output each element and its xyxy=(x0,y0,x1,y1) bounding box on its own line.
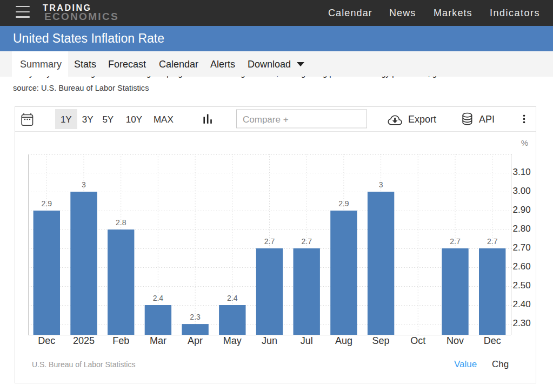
svg-text:Jul: Jul xyxy=(301,335,313,346)
svg-text:3: 3 xyxy=(379,180,383,189)
svg-text:2.9: 2.9 xyxy=(338,199,349,208)
svg-text:3.00: 3.00 xyxy=(513,186,531,196)
svg-text:2.80: 2.80 xyxy=(513,224,531,234)
svg-text:Nov: Nov xyxy=(447,335,464,346)
svg-text:Mar: Mar xyxy=(150,335,166,346)
svg-text:May: May xyxy=(223,335,242,346)
svg-text:Aug: Aug xyxy=(335,335,352,346)
svg-text:Feb: Feb xyxy=(112,335,129,346)
svg-text:Jun: Jun xyxy=(262,335,277,346)
svg-text:2.40: 2.40 xyxy=(513,299,531,309)
svg-text:Value: Value xyxy=(454,359,477,369)
svg-text:3Y: 3Y xyxy=(82,114,94,125)
svg-text:5Y: 5Y xyxy=(102,114,114,125)
svg-text:2.30: 2.30 xyxy=(513,318,531,328)
svg-text:2.4: 2.4 xyxy=(227,294,238,302)
svg-text:2025: 2025 xyxy=(73,335,95,346)
svg-text:2.50: 2.50 xyxy=(513,280,531,290)
svg-text:2.9: 2.9 xyxy=(42,199,52,208)
svg-text:Chg: Chg xyxy=(492,359,509,369)
svg-text:Apr: Apr xyxy=(188,335,203,346)
svg-text:3.10: 3.10 xyxy=(513,167,531,177)
svg-text:%: % xyxy=(521,138,528,147)
svg-text:10Y: 10Y xyxy=(126,114,142,125)
svg-text:2.4: 2.4 xyxy=(153,294,164,302)
svg-text:U.S. Bureau of Labor Statistic: U.S. Bureau of Labor Statistics xyxy=(32,360,135,369)
svg-text:2.60: 2.60 xyxy=(513,261,531,272)
svg-text:3: 3 xyxy=(82,180,86,189)
svg-text:2.70: 2.70 xyxy=(513,242,531,253)
svg-text:2.90: 2.90 xyxy=(513,205,531,215)
svg-text:1Y: 1Y xyxy=(61,114,72,125)
svg-text:Export: Export xyxy=(408,114,436,125)
svg-text:2.3: 2.3 xyxy=(190,313,201,321)
svg-text:Sep: Sep xyxy=(372,335,390,346)
svg-text:API: API xyxy=(479,114,495,125)
svg-text:2.7: 2.7 xyxy=(450,237,461,246)
svg-text:2.7: 2.7 xyxy=(301,237,312,246)
svg-text:2.8: 2.8 xyxy=(116,218,126,227)
svg-text:Oct: Oct xyxy=(410,335,425,346)
svg-text:2.7: 2.7 xyxy=(264,237,275,246)
svg-text:2.7: 2.7 xyxy=(487,237,498,246)
svg-text:Dec: Dec xyxy=(38,335,55,346)
svg-text:MAX: MAX xyxy=(154,114,174,125)
svg-text:Dec: Dec xyxy=(484,335,501,346)
svg-text:Compare +: Compare + xyxy=(243,114,289,125)
